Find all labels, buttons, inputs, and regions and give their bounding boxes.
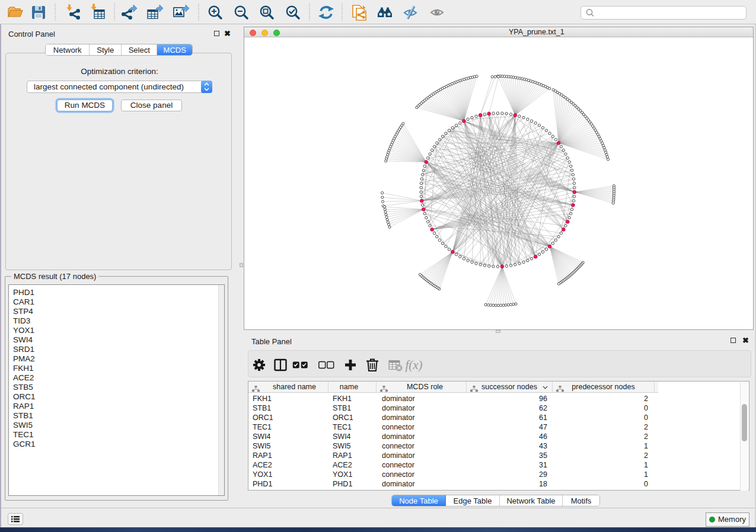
svg-text:f(x): f(x) (405, 358, 422, 372)
